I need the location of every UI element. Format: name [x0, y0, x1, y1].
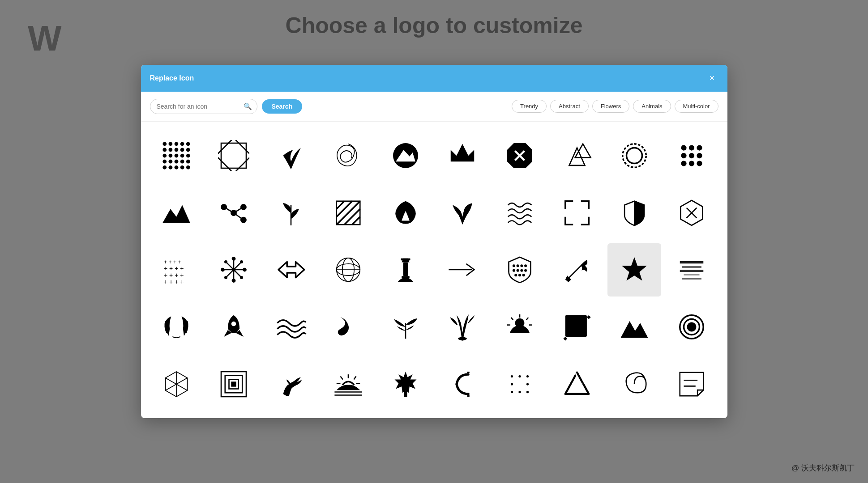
modal-title: Replace Icon [150, 74, 194, 82]
icon-spiral[interactable] [607, 357, 661, 411]
svg-point-8 [180, 148, 184, 152]
icon-double-arrow[interactable] [264, 243, 318, 297]
icon-plant-branch[interactable] [264, 129, 318, 182]
icon-nodes[interactable] [207, 186, 261, 240]
icon-crown[interactable] [436, 129, 490, 182]
icon-nested-squares[interactable] [207, 357, 261, 411]
svg-point-19 [186, 160, 190, 164]
filter-trendy[interactable]: Trendy [512, 100, 547, 113]
search-button[interactable]: Search [262, 99, 303, 114]
icon-nine-dots[interactable] [665, 129, 718, 182]
icon-arrow-right[interactable] [436, 243, 490, 297]
icon-sunrise-landscape[interactable] [321, 357, 375, 411]
svg-rect-105 [565, 315, 587, 337]
icon-leaf-branch[interactable] [264, 186, 318, 240]
svg-point-34 [681, 145, 686, 150]
icon-star-outline[interactable] [607, 243, 661, 297]
icon-impossible-triangle[interactable] [550, 357, 604, 411]
icon-hexagon-wireframe[interactable] [150, 357, 204, 411]
svg-point-128 [526, 383, 529, 385]
svg-point-84 [525, 265, 527, 267]
search-area: 🔍 Search [150, 99, 303, 114]
svg-point-69 [240, 260, 243, 263]
svg-line-101 [511, 318, 513, 320]
svg-point-16 [169, 160, 173, 164]
icon-palm-leaf[interactable] [379, 300, 432, 354]
svg-line-47 [224, 207, 234, 213]
svg-point-130 [519, 391, 521, 393]
icon-dots-pattern[interactable] [150, 129, 204, 182]
svg-point-107 [687, 322, 696, 332]
svg-point-97 [231, 322, 236, 326]
svg-point-15 [163, 160, 167, 164]
icon-stamp-circle[interactable] [607, 129, 661, 182]
icon-blur-lines[interactable] [665, 243, 718, 297]
svg-line-118 [354, 377, 356, 380]
close-button[interactable]: × [706, 72, 718, 85]
search-input[interactable] [150, 99, 257, 114]
icon-tree-blob[interactable] [379, 186, 432, 240]
svg-point-11 [169, 153, 173, 157]
icon-hexagon-x[interactable] [665, 186, 718, 240]
icon-double-triangle[interactable] [550, 129, 604, 182]
svg-point-39 [697, 153, 702, 158]
icon-lighthouse[interactable] [379, 243, 432, 297]
icon-scribble-circle[interactable] [321, 129, 375, 182]
svg-line-48 [234, 207, 244, 213]
svg-point-18 [180, 160, 184, 164]
filter-animals[interactable]: Animals [633, 100, 671, 113]
svg-point-22 [175, 165, 179, 169]
icon-snowflake[interactable] [207, 243, 261, 297]
svg-point-12 [175, 153, 179, 157]
icon-laurel-wreath[interactable] [150, 300, 204, 354]
icon-shield-half[interactable] [607, 186, 661, 240]
icon-mountains[interactable] [150, 186, 204, 240]
icon-diamond-square[interactable] [207, 129, 261, 182]
icon-x-octagon[interactable] [493, 129, 547, 182]
icon-folded-corner-square[interactable] [665, 357, 718, 411]
svg-point-88 [525, 270, 527, 271]
svg-line-102 [526, 318, 528, 320]
icon-mountain-silhouette[interactable] [607, 300, 661, 354]
svg-point-38 [688, 153, 694, 158]
svg-point-99 [515, 318, 525, 328]
svg-line-49 [234, 213, 244, 220]
svg-rect-79 [401, 258, 410, 260]
svg-point-63 [232, 268, 236, 272]
icon-brush-strokes[interactable] [321, 300, 375, 354]
icon-shield-dots[interactable] [493, 243, 547, 297]
icon-rocket[interactable] [207, 300, 261, 354]
icon-bird[interactable] [264, 357, 318, 411]
filter-abstract[interactable]: Abstract [550, 100, 589, 113]
icon-sphere-grid[interactable] [321, 243, 375, 297]
icon-sunrise-sun[interactable] [493, 300, 547, 354]
icon-scan-corners[interactable] [550, 186, 604, 240]
svg-text:+ + + +: + + + + [164, 259, 181, 265]
svg-point-5 [163, 148, 167, 152]
filter-flowers[interactable]: Flowers [592, 100, 630, 113]
svg-rect-123 [404, 390, 407, 397]
icon-dot-grid-sparse[interactable] [493, 357, 547, 411]
svg-point-14 [186, 153, 190, 157]
search-icon: 🔍 [244, 102, 252, 110]
svg-line-117 [340, 377, 342, 380]
icon-plus-pattern[interactable]: + + + + + + + + + + + + + + + + [150, 243, 204, 297]
search-input-wrap: 🔍 [150, 99, 257, 114]
icon-floral-branch[interactable] [436, 186, 490, 240]
icon-diagonal-lines[interactable] [321, 186, 375, 240]
svg-point-36 [697, 145, 702, 150]
icon-shooting-star[interactable] [550, 243, 604, 297]
svg-point-81 [513, 265, 515, 267]
svg-point-9 [186, 148, 190, 152]
icon-mountain-circle[interactable] [379, 129, 432, 182]
icon-scribble-lines[interactable] [493, 186, 547, 240]
filter-multicolor[interactable]: Multi-color [675, 100, 718, 113]
svg-point-87 [521, 270, 523, 271]
svg-point-64 [232, 257, 236, 261]
icon-maple-leaf[interactable] [379, 357, 432, 411]
icon-fabric-square[interactable] [550, 300, 604, 354]
icon-waves[interactable] [264, 300, 318, 354]
icon-eye-circle[interactable] [665, 300, 718, 354]
icon-palm-tree[interactable] [436, 300, 490, 354]
icon-c-bracket[interactable] [436, 357, 490, 411]
